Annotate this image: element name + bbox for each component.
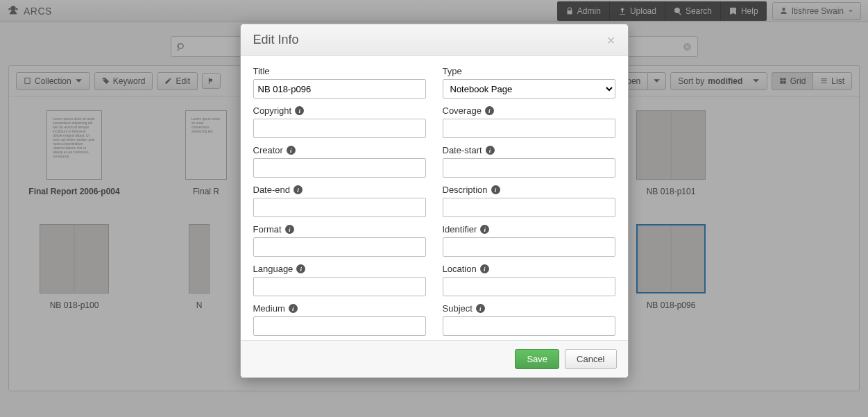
location-input[interactable] — [443, 277, 615, 296]
edit-info-modal: Edit Info × Title Type Notebook Page Cop… — [240, 24, 629, 378]
date-end-input[interactable] — [253, 198, 426, 217]
info-icon[interactable]: i — [289, 304, 298, 313]
field-format-label: Format — [253, 224, 282, 235]
field-date-end: Date-endi — [253, 185, 426, 217]
info-icon[interactable]: i — [293, 185, 303, 194]
modal-body: Title Type Notebook Page Copyrighti Cove… — [241, 56, 628, 340]
format-input[interactable] — [253, 237, 426, 257]
field-subject-label: Subject — [443, 303, 473, 314]
field-language: Languagei — [253, 264, 426, 296]
modal-header: Edit Info × — [241, 24, 628, 56]
medium-input[interactable] — [253, 316, 426, 336]
identifier-input[interactable] — [443, 237, 615, 257]
field-identifier: Identifieri — [443, 224, 615, 257]
language-input[interactable] — [253, 277, 426, 296]
info-icon[interactable]: i — [287, 146, 296, 155]
field-location: Locationi — [443, 264, 615, 296]
info-icon[interactable]: i — [480, 225, 489, 234]
coverage-input[interactable] — [443, 119, 615, 138]
modal-footer: Save Cancel — [241, 340, 628, 377]
save-button[interactable]: Save — [515, 349, 559, 369]
field-type: Type Notebook Page — [443, 66, 615, 99]
cancel-button[interactable]: Cancel — [565, 349, 616, 369]
field-date-start-label: Date-start — [443, 145, 482, 155]
field-location-label: Location — [443, 264, 477, 274]
field-subject: Subjecti — [443, 303, 615, 336]
field-identifier-label: Identifier — [443, 224, 477, 235]
field-language-label: Language — [253, 264, 293, 274]
field-description: Descriptioni — [443, 185, 615, 217]
field-medium-label: Medium — [253, 303, 285, 314]
field-creator: Creatori — [253, 145, 426, 178]
info-icon[interactable]: i — [486, 146, 495, 155]
field-coverage: Coveragei — [443, 105, 615, 138]
field-copyright: Copyrighti — [253, 105, 426, 138]
info-icon[interactable]: i — [476, 304, 485, 313]
info-icon[interactable]: i — [485, 106, 494, 115]
type-select[interactable]: Notebook Page — [443, 79, 615, 99]
field-title-label: Title — [253, 66, 270, 76]
field-title: Title — [253, 66, 426, 99]
field-type-label: Type — [443, 66, 462, 76]
field-format: Formati — [253, 224, 426, 257]
title-input[interactable] — [253, 79, 426, 99]
info-icon[interactable]: i — [285, 225, 294, 234]
info-icon[interactable]: i — [295, 106, 304, 115]
info-icon[interactable]: i — [296, 264, 305, 273]
field-date-end-label: Date-end — [253, 185, 290, 195]
field-copyright-label: Copyright — [253, 105, 292, 116]
modal-title: Edit Info — [253, 33, 607, 47]
field-date-start: Date-starti — [443, 145, 615, 178]
field-coverage-label: Coverage — [443, 105, 482, 116]
field-description-label: Description — [443, 185, 488, 195]
date-start-input[interactable] — [443, 158, 615, 178]
info-icon[interactable]: i — [480, 264, 489, 273]
info-icon[interactable]: i — [491, 185, 500, 194]
close-icon[interactable]: × — [607, 33, 615, 47]
field-medium: Mediumi — [253, 303, 426, 336]
description-input[interactable] — [443, 198, 615, 217]
creator-input[interactable] — [253, 158, 426, 178]
field-creator-label: Creator — [253, 145, 283, 155]
copyright-input[interactable] — [253, 119, 426, 138]
subject-input[interactable] — [443, 316, 615, 336]
